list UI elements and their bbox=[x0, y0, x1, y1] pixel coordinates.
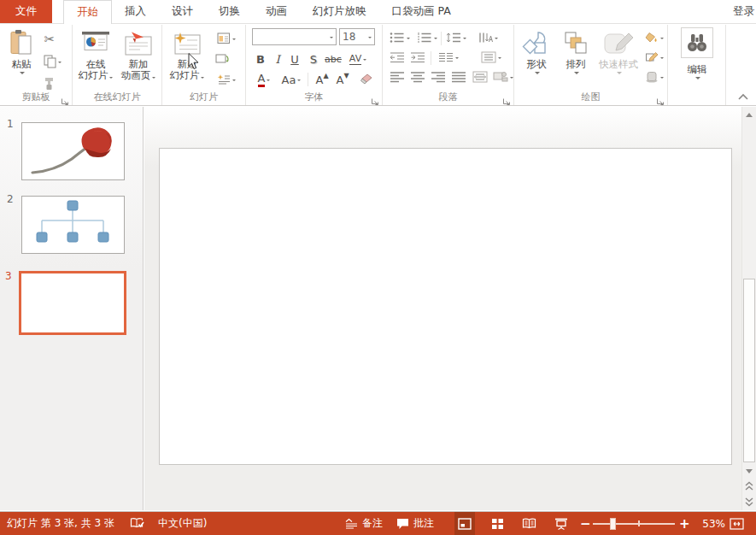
normal-view-button[interactable] bbox=[454, 512, 475, 535]
section-dropdown-caret bbox=[232, 79, 236, 83]
copy-button[interactable] bbox=[39, 52, 65, 71]
paragraph-dialog-launcher[interactable] bbox=[502, 93, 511, 102]
vertical-scrollbar[interactable] bbox=[741, 107, 756, 510]
text-direction-icon bbox=[478, 32, 493, 44]
slide-sorter-view-button[interactable] bbox=[487, 512, 507, 535]
increase-indent-button[interactable] bbox=[408, 50, 427, 65]
quick-styles-button[interactable]: 快速样式 bbox=[596, 27, 641, 75]
notes-label: 备注 bbox=[362, 516, 383, 531]
slide-canvas[interactable] bbox=[159, 148, 732, 465]
slideshow-view-button[interactable] bbox=[551, 512, 571, 535]
italic-button[interactable]: I bbox=[270, 50, 285, 68]
increase-font-size-button[interactable]: A▲ bbox=[313, 71, 331, 88]
slides-group-label: 幻灯片 bbox=[162, 91, 245, 103]
online-slides-button[interactable]: 在线 幻灯片 bbox=[76, 27, 115, 81]
convert-smartart-button[interactable] bbox=[492, 69, 514, 85]
tab-transitions[interactable]: 切换 bbox=[206, 0, 253, 23]
cut-button[interactable]: ✂ bbox=[39, 30, 60, 49]
login-button[interactable]: 登录 bbox=[733, 0, 756, 23]
zoom-percentage[interactable]: 53% bbox=[694, 512, 725, 535]
font-dialog-launcher[interactable] bbox=[371, 93, 379, 102]
group-drawing: 形状 排列 快速样式 bbox=[514, 25, 668, 105]
language-indicator[interactable]: 中文(中国) bbox=[158, 512, 207, 535]
slide-2-thumbnail[interactable] bbox=[21, 196, 125, 254]
slide-3-thumbnail-selected[interactable] bbox=[19, 271, 126, 335]
layout-button[interactable] bbox=[212, 30, 241, 47]
font-size-combobox[interactable]: 18 bbox=[339, 28, 375, 45]
tab-home[interactable]: 开始 bbox=[63, 0, 112, 24]
align-right-button[interactable] bbox=[429, 69, 448, 85]
align-center-button[interactable] bbox=[408, 69, 427, 85]
distribute-icon bbox=[472, 71, 488, 83]
change-case-button[interactable]: Aa bbox=[278, 71, 304, 88]
status-bar: 幻灯片 第 3 张, 共 3 张 中文(中国) 备注 批注 bbox=[0, 512, 756, 535]
justify-button[interactable] bbox=[449, 69, 468, 85]
shape-fill-button[interactable] bbox=[642, 30, 666, 45]
edit-button[interactable]: 编辑 bbox=[677, 27, 718, 80]
copy-dropdown-caret bbox=[58, 62, 62, 65]
zoom-in-button[interactable]: + bbox=[679, 512, 690, 535]
new-animation-page-label-line2: 动画页 bbox=[121, 70, 156, 81]
numbering-button[interactable] bbox=[415, 30, 439, 45]
scroll-down-arrow[interactable] bbox=[744, 466, 754, 476]
spell-check-button[interactable] bbox=[130, 512, 144, 535]
next-slide-button[interactable] bbox=[744, 497, 754, 507]
tab-insert[interactable]: 插入 bbox=[112, 0, 159, 23]
bullets-button[interactable] bbox=[388, 30, 412, 45]
notes-icon bbox=[345, 518, 358, 529]
tab-slideshow[interactable]: 幻灯片放映 bbox=[300, 0, 379, 23]
layout-icon bbox=[217, 32, 231, 44]
drawing-group-label: 绘图 bbox=[514, 91, 667, 103]
font-color-button[interactable]: A bbox=[253, 71, 275, 88]
align-right-icon bbox=[431, 71, 446, 83]
scrollbar-thumb[interactable] bbox=[743, 279, 755, 462]
clipboard-dialog-launcher[interactable] bbox=[61, 93, 69, 102]
zoom-out-button[interactable]: − bbox=[580, 512, 591, 535]
line-spacing-icon bbox=[446, 32, 461, 44]
menu-bar: 文件 开始 插入 设计 切换 动画 幻灯片放映 口袋动画 PA 登录 bbox=[0, 0, 756, 24]
scroll-up-arrow[interactable] bbox=[744, 109, 754, 120]
reading-view-button[interactable] bbox=[519, 512, 539, 535]
columns-button[interactable] bbox=[436, 50, 461, 65]
paste-clipboard-icon bbox=[9, 27, 34, 56]
eraser-icon bbox=[360, 73, 373, 86]
character-spacing-button[interactable]: AV bbox=[345, 50, 371, 68]
decrease-indent-button[interactable] bbox=[388, 50, 407, 65]
align-left-button[interactable] bbox=[388, 69, 407, 85]
tab-animations[interactable]: 动画 bbox=[253, 0, 300, 23]
notes-button[interactable]: 备注 bbox=[345, 512, 383, 535]
section-button[interactable] bbox=[212, 71, 241, 88]
collapse-ribbon-button[interactable] bbox=[737, 90, 749, 100]
underline-button[interactable]: U bbox=[287, 50, 302, 68]
bold-button[interactable]: B bbox=[253, 50, 268, 68]
increase-indent-icon bbox=[410, 51, 425, 63]
line-spacing-button[interactable] bbox=[444, 30, 468, 45]
new-slide-button[interactable]: 新建 幻灯片 bbox=[166, 27, 208, 81]
reset-slide-button[interactable] bbox=[212, 50, 232, 68]
format-painter-icon bbox=[43, 77, 56, 91]
align-text-button[interactable] bbox=[478, 50, 504, 65]
text-direction-button[interactable] bbox=[475, 30, 501, 45]
new-animation-page-button[interactable]: 新加 动画页 bbox=[119, 27, 158, 81]
fit-slide-to-window-button[interactable] bbox=[730, 512, 744, 535]
font-name-combobox[interactable] bbox=[252, 28, 337, 45]
tab-design[interactable]: 设计 bbox=[159, 0, 206, 23]
previous-slide-button[interactable] bbox=[744, 481, 754, 491]
decrease-font-size-button[interactable]: A▼ bbox=[333, 71, 352, 88]
strikethrough-button[interactable]: abc bbox=[323, 50, 343, 68]
tab-file[interactable]: 文件 bbox=[0, 0, 52, 23]
arrange-button[interactable]: 排列 bbox=[557, 27, 595, 75]
shapes-button[interactable]: 形状 bbox=[518, 27, 555, 75]
comments-button[interactable]: 批注 bbox=[396, 512, 434, 535]
drawing-dialog-launcher[interactable] bbox=[656, 93, 665, 102]
slide-1-thumbnail[interactable] bbox=[21, 122, 125, 180]
paste-button[interactable]: 粘贴 bbox=[3, 27, 39, 75]
tab-pocket-animation[interactable]: 口袋动画 PA bbox=[379, 0, 464, 23]
zoom-slider-thumb[interactable] bbox=[610, 518, 616, 530]
zoom-slider-track[interactable] bbox=[593, 523, 675, 525]
shape-outline-button[interactable] bbox=[642, 50, 666, 65]
text-shadow-button[interactable]: S bbox=[306, 50, 321, 68]
clear-formatting-button[interactable] bbox=[357, 71, 376, 88]
distribute-columns-button[interactable] bbox=[470, 69, 490, 85]
shape-effects-button[interactable] bbox=[642, 69, 666, 85]
